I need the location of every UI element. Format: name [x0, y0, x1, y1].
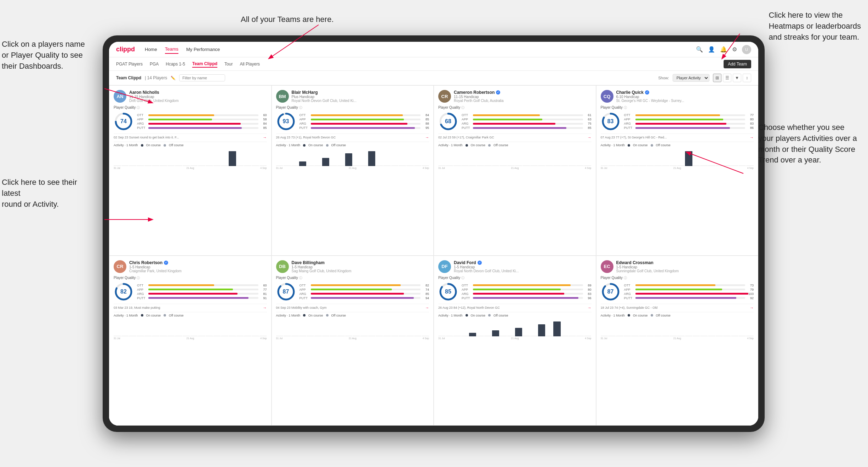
round-info[interactable]: 26 Aug 23 73 (+1), Royal North Devon GC … [276, 133, 429, 139]
player-name[interactable]: Blair McHarg [292, 90, 429, 95]
sort-button[interactable]: ↕ [743, 74, 751, 82]
stat-row: PUTT 85 [462, 126, 592, 130]
round-info[interactable]: 03 Mar 23 19, Must make putting → [114, 304, 267, 310]
player-name[interactable]: David Ford ✓ [454, 260, 592, 265]
player-header: DF David Ford ✓ 1-5 Handicap Royal North… [438, 260, 592, 273]
ipad-screen: clippd Home Teams My Performance 🔍 👤 🔔 ⚙… [109, 42, 758, 426]
round-arrow-icon[interactable]: → [425, 306, 429, 310]
chart-bar [414, 165, 422, 166]
round-arrow-icon[interactable]: → [588, 135, 592, 139]
chart-labels: 31 Jul 21 Aug 4 Sep [114, 337, 267, 340]
quality-circle[interactable]: 87 [276, 282, 296, 302]
player-card-p3[interactable]: CR Cameron Robertson ✓ 11-15 Handicap Ro… [434, 85, 596, 256]
round-info[interactable]: 04 Sep 23 Mobility with coach, Gym → [276, 304, 429, 310]
edit-icon[interactable]: ✏️ [171, 76, 176, 80]
subnav-hcaps[interactable]: Hcaps 1-5 [166, 61, 185, 67]
list-view-button[interactable]: ☰ [723, 74, 731, 82]
user-icon[interactable]: 👤 [708, 46, 715, 53]
activity-header: Activity · 1 Month On course Off course [601, 143, 754, 147]
quality-circle[interactable]: 93 [276, 112, 296, 131]
player-name[interactable]: Charlie Quick ✓ [616, 90, 754, 95]
player-card-p2[interactable]: BM Blair McHarg Plus Handicap Royal Nort… [272, 85, 434, 256]
settings-icon[interactable]: ⚙ [732, 46, 737, 53]
nav-item-home[interactable]: Home [145, 45, 157, 53]
quality-circle[interactable]: 87 [601, 282, 621, 302]
quality-circle[interactable]: 68 [438, 112, 458, 131]
on-course-label: On course [308, 143, 323, 147]
round-arrow-icon[interactable]: → [263, 135, 267, 139]
player-header: CR Chris Robertson ✓ 1-5 Handicap Craigm… [114, 260, 267, 273]
nav-logo[interactable]: clippd [116, 46, 135, 53]
round-info[interactable]: 07 Aug 23 77 (+7), St George's Hill GC -… [601, 133, 754, 139]
on-course-label: On course [308, 314, 323, 317]
subnav-pga[interactable]: PGA [150, 61, 159, 67]
round-arrow-icon[interactable]: → [588, 306, 592, 310]
round-info[interactable]: 02 Sep 23 Sunset round to get back into … [114, 133, 267, 139]
chart-bar [376, 165, 383, 166]
quality-circle[interactable]: 83 [601, 112, 621, 131]
subnav-all-players[interactable]: All Players [240, 61, 260, 67]
search-icon[interactable]: 🔍 [696, 46, 703, 53]
player-card-p6[interactable]: DB Dave Billingham 1-5 Handicap Sag Main… [272, 256, 434, 426]
chart-bar [414, 336, 422, 336]
quality-section: 74 OTT 60 APP 58 ARG 84 [114, 112, 267, 131]
round-arrow-icon[interactable]: → [750, 306, 754, 310]
chart-bar [739, 336, 746, 336]
nav-item-teams[interactable]: Teams [165, 45, 178, 54]
player-name[interactable]: Dave Billingham [292, 260, 429, 265]
chart-bar [546, 336, 553, 336]
activity-chart [601, 319, 754, 336]
quality-circle[interactable]: 85 [438, 282, 458, 302]
stat-row: OTT 73 [624, 284, 754, 287]
avatar[interactable]: U [742, 45, 751, 54]
player-name[interactable]: Chris Robertson ✓ [129, 260, 267, 265]
bell-icon[interactable]: 🔔 [720, 46, 727, 53]
show-select[interactable]: Player Activity [673, 74, 709, 82]
player-name[interactable]: Aaron Nicholls [129, 90, 267, 95]
filter-button[interactable]: ▼ [733, 74, 741, 82]
chart-bar [723, 336, 731, 336]
quality-circle[interactable]: 74 [114, 112, 133, 131]
round-info[interactable]: 02 Jul 23 59 (+17), Craigmillar Park GC … [438, 133, 592, 139]
round-arrow-icon[interactable]: → [750, 135, 754, 139]
player-club: St. George's Hill GC - Weybridge - Surre… [616, 99, 754, 103]
player-name[interactable]: Cameron Robertson ✓ [454, 90, 592, 95]
chart-bar [213, 165, 221, 166]
subnav-pgat[interactable]: PGAT Players [116, 61, 143, 67]
round-info[interactable]: 26 Aug 23 84 (+12), Royal North Devon GC… [438, 304, 592, 310]
player-card-p4[interactable]: CQ Charlie Quick ✓ 6-10 Handicap St. Geo… [596, 85, 759, 256]
off-course-label: Off course [493, 143, 508, 147]
grid-view-button[interactable]: ⊞ [713, 74, 721, 82]
player-card-p7[interactable]: DF David Ford ✓ 1-5 Handicap Royal North… [434, 256, 596, 426]
on-course-label: On course [633, 143, 648, 147]
player-card-p1[interactable]: AN Aaron Nicholls 11-15 Handicap Drift G… [109, 85, 272, 256]
filter-input[interactable] [179, 74, 225, 81]
chart-bar [576, 336, 584, 336]
player-card-p5[interactable]: CR Chris Robertson ✓ 1-5 Handicap Craigm… [109, 256, 272, 426]
round-date: 02 Jul 23 59 (+17), Craigmillar Park GC [438, 136, 494, 139]
quality-circle[interactable]: 82 [114, 282, 133, 302]
on-course-label: On course [471, 314, 486, 317]
quality-number: 87 [607, 289, 614, 295]
chart-bar [700, 336, 708, 336]
chart-bar [252, 336, 259, 336]
player-card-p8[interactable]: EC Edward Crossman 1-5 Handicap Sunningd… [596, 256, 759, 426]
chart-bar [492, 330, 499, 336]
nav-item-my-performance[interactable]: My Performance [186, 45, 220, 53]
add-team-button[interactable]: Add Team [724, 60, 751, 68]
player-header: CQ Charlie Quick ✓ 6-10 Handicap St. Geo… [601, 90, 754, 103]
chart-bar [406, 165, 414, 166]
subnav-team-clippd[interactable]: Team Clippd [192, 61, 217, 68]
round-arrow-icon[interactable]: → [425, 135, 429, 139]
chart-bar [299, 161, 307, 166]
ipad-frame: clippd Home Teams My Performance 🔍 👤 🔔 ⚙… [103, 35, 765, 432]
subnav-tour[interactable]: Tour [224, 61, 233, 67]
player-name[interactable]: Edward Crossman [616, 260, 754, 265]
round-info[interactable]: 18 Jul 23 74 (+4), Sunningdale GC - Old … [601, 304, 754, 310]
chart-bar [114, 336, 121, 336]
chart-bar [469, 165, 476, 166]
round-arrow-icon[interactable]: → [263, 306, 267, 310]
chart-bar [677, 336, 685, 336]
chart-bar [507, 336, 515, 336]
chart-bar [353, 165, 360, 166]
